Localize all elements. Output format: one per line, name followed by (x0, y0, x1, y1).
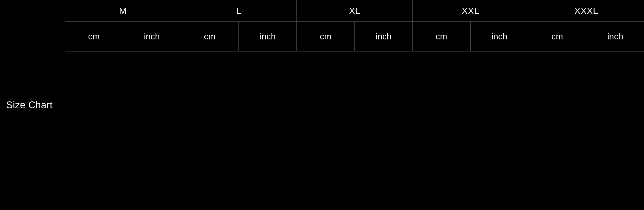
sub-header-xxl-cm: cm (413, 22, 471, 51)
sub-headers-xxl: cm inch (413, 22, 528, 51)
sub-header-xxxl-inch: inch (586, 22, 644, 51)
size-group-l: L cm inch (181, 0, 297, 51)
sub-header-m-inch: inch (123, 22, 181, 51)
sub-headers-xxxl: cm inch (528, 22, 644, 51)
size-chart-title: Size Chart (6, 99, 52, 111)
size-name-m: M (65, 0, 181, 22)
sub-header-xl-inch: inch (355, 22, 412, 51)
sub-headers-xl: cm inch (297, 22, 412, 51)
size-name-l: L (181, 0, 297, 22)
body-content (65, 51, 644, 210)
size-chart-table: M cm inch L cm (65, 0, 644, 210)
sub-header-l-cm: cm (181, 22, 239, 51)
size-name-xxl: XXL (413, 0, 528, 22)
size-group-xxxl: XXXL cm inch (528, 0, 644, 51)
size-group-m: M cm inch (65, 0, 181, 51)
sub-headers-l: cm inch (181, 22, 297, 51)
sub-header-l-inch: inch (239, 22, 296, 51)
size-chart-label: Size Chart (0, 0, 65, 210)
size-chart-container: Size Chart M cm inch L (0, 0, 644, 210)
sub-header-xxl-inch: inch (471, 22, 528, 51)
sub-header-xxxl-cm: cm (528, 22, 586, 51)
size-name-xxxl: XXXL (528, 0, 644, 22)
sub-header-m-cm: cm (65, 22, 123, 51)
size-name-xl: XL (297, 0, 412, 22)
size-group-xxl: XXL cm inch (413, 0, 529, 51)
sub-headers-m: cm inch (65, 22, 181, 51)
sub-header-xl-cm: cm (297, 22, 355, 51)
size-group-xl: XL cm inch (297, 0, 413, 51)
header-row: M cm inch L cm (65, 0, 644, 51)
